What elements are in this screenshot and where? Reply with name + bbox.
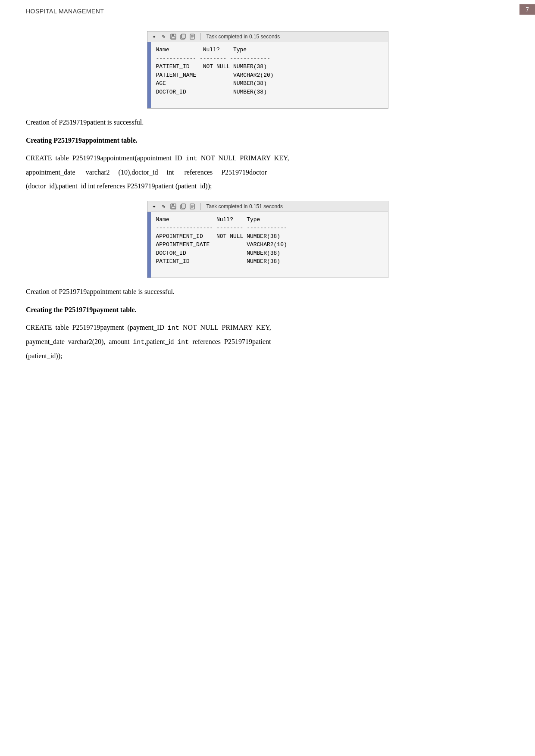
edit-icon-2: ✎ <box>160 203 167 210</box>
page-number: 7 <box>519 4 535 15</box>
svg-rect-10 <box>172 204 174 206</box>
heading-appointment: Creating P2519719appointment table. <box>26 137 509 144</box>
text-appointment-success: Creation of P2519719appointment table is… <box>26 286 509 297</box>
svg-rect-13 <box>181 204 185 208</box>
sql-code-appointment-line3: (doctor_id),patient_id int references P2… <box>26 182 212 190</box>
col-header-1: Name Null? Type <box>156 47 247 53</box>
sql-code-appointment-line2: appointment_date varchar2 (10),doctor_id… <box>26 169 267 176</box>
main-content: ✦ ✎ Task completed in 0.15 seconds Name … <box>0 15 535 378</box>
sql-code-payment-line2: payment_date varchar2(20), amount int,pa… <box>26 338 271 345</box>
page-header: HOSPITAL MANAGEMENT <box>0 0 535 15</box>
toolbar-task-time-2: Task completed in 0.151 seconds <box>206 203 283 209</box>
toolbar-separator-2 <box>200 203 200 210</box>
save-icon <box>170 33 177 40</box>
copy-icon <box>179 33 186 40</box>
doc-icon <box>189 33 196 40</box>
svg-rect-2 <box>172 37 175 39</box>
sql-result-content-1: Name Null? Type ------------ -------- --… <box>147 42 388 108</box>
left-bar-2 <box>147 212 151 278</box>
svg-rect-11 <box>172 206 175 209</box>
sql-result-box-1: ✦ ✎ Task completed in 0.15 seconds Name … <box>147 31 388 109</box>
heading-payment: Creating the P2519719payment table. <box>26 306 509 314</box>
sql-table-2: Name Null? Type ----------------- ------… <box>151 212 292 278</box>
toolbar-separator <box>200 33 200 40</box>
sql-result-content-2: Name Null? Type ----------------- ------… <box>147 212 388 278</box>
text-patient-success: Creation of P2519719patient is successfu… <box>26 116 509 128</box>
star-icon: ✦ <box>151 33 158 40</box>
col-header-2: Name Null? Type <box>156 216 260 223</box>
toolbar-2: ✦ ✎ Task completed in 0.151 seconds <box>147 201 388 212</box>
header-title: HOSPITAL MANAGEMENT <box>26 8 104 15</box>
sql-table-1: Name Null? Type ------------ -------- --… <box>151 42 279 108</box>
toolbar-1: ✦ ✎ Task completed in 0.15 seconds <box>147 31 388 42</box>
sql-code-appointment-text: CREATE table P2519719appointment(appoint… <box>26 154 289 162</box>
save-icon-2 <box>170 203 177 210</box>
sql-code-payment-line3: (patient_id)); <box>26 352 62 359</box>
svg-rect-1 <box>172 34 174 36</box>
sql-code-appointment: CREATE table P2519719appointment(appoint… <box>26 151 509 193</box>
sql-code-payment-line1: CREATE table P2519719payment (payment_ID… <box>26 324 271 331</box>
sql-result-box-2: ✦ ✎ Task completed in 0.151 seconds Name… <box>147 201 388 278</box>
star-icon-2: ✦ <box>151 203 158 210</box>
divider-2: ----------------- -------- ------------ <box>156 225 287 231</box>
toolbar-task-time-1: Task completed in 0.15 seconds <box>206 34 280 40</box>
divider-1: ------------ -------- ------------ <box>156 55 270 62</box>
doc-icon-2 <box>189 203 196 210</box>
svg-rect-4 <box>181 34 185 38</box>
edit-icon: ✎ <box>160 33 167 40</box>
sql-code-payment: CREATE table P2519719payment (payment_ID… <box>26 321 509 363</box>
left-bar-1 <box>147 42 151 108</box>
copy-icon-2 <box>179 203 186 210</box>
